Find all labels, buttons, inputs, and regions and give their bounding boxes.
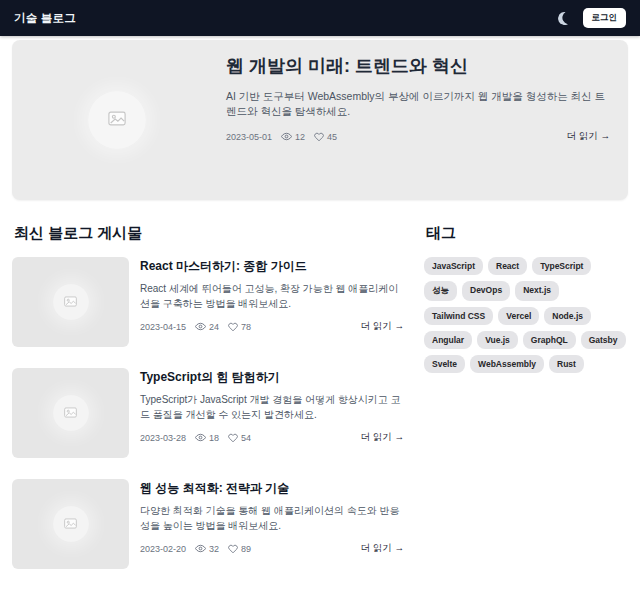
heart-icon <box>228 322 238 332</box>
likes-count: 54 <box>228 433 251 443</box>
post-description: 다양한 최적화 기술을 통해 웹 애플리케이션의 속도와 반응성을 높이는 방법… <box>140 504 404 533</box>
moon-icon[interactable] <box>556 10 572 26</box>
featured-post-description: AI 기반 도구부터 WebAssembly의 부상에 이르기까지 웹 개발을 … <box>226 89 610 118</box>
image-placeholder-circle <box>88 91 146 149</box>
views-value: 24 <box>209 322 219 332</box>
tag-nodejs[interactable]: Node.js <box>544 307 591 325</box>
post-meta: 2023-02-20 32 <box>140 543 251 554</box>
featured-post-meta: 2023-05-01 12 <box>226 131 337 142</box>
likes-value: 54 <box>241 433 251 443</box>
posts-section-heading: 최신 블로그 게시물 <box>14 224 402 243</box>
read-more-link[interactable]: 더 읽기 → <box>361 320 404 333</box>
post-meta: 2023-03-28 18 <box>140 432 251 443</box>
read-more-link[interactable]: 더 읽기 → <box>567 130 610 143</box>
post-title[interactable]: React 마스터하기: 종합 가이드 <box>140 258 404 275</box>
post-description: TypeScript가 JavaScript 개발 경험을 어떻게 향상시키고 … <box>140 393 404 422</box>
likes-count: 89 <box>228 544 251 554</box>
tag-javascript[interactable]: JavaScript <box>424 257 483 275</box>
post-date: 2023-03-28 <box>140 433 186 443</box>
tags-sidebar: 태그 JavaScript React TypeScript 성능 DevOps… <box>424 224 628 590</box>
image-icon <box>108 111 126 130</box>
likes-value: 78 <box>241 322 251 332</box>
tag-react[interactable]: React <box>488 257 527 275</box>
views-value: 12 <box>295 132 305 142</box>
post-meta-row: 2023-03-28 18 <box>140 431 404 444</box>
eye-icon <box>281 131 292 142</box>
views-count: 32 <box>195 543 219 554</box>
post-meta: 2023-04-15 24 <box>140 321 251 332</box>
read-more-link[interactable]: 더 읽기 → <box>361 431 404 444</box>
image-icon <box>64 404 77 422</box>
image-icon <box>64 293 77 311</box>
tag-vercel[interactable]: Vercel <box>498 307 539 325</box>
views-count: 18 <box>195 432 219 443</box>
views-value: 18 <box>209 433 219 443</box>
tags-section-heading: 태그 <box>426 224 626 243</box>
post-card: TypeScript의 힘 탐험하기 TypeScript가 JavaScrip… <box>12 368 404 458</box>
views-value: 32 <box>209 544 219 554</box>
tag-typescript[interactable]: TypeScript <box>532 257 591 275</box>
featured-post-card: 웹 개발의 미래: 트렌드와 혁신 AI 기반 도구부터 WebAssembly… <box>12 40 628 200</box>
read-more-link[interactable]: 더 읽기 → <box>361 542 404 555</box>
image-icon <box>64 515 77 533</box>
featured-post-content: 웹 개발의 미래: 트렌드와 혁신 AI 기반 도구부터 WebAssembly… <box>222 40 628 200</box>
views-count: 12 <box>281 131 305 142</box>
tag-angular[interactable]: Angular <box>424 331 472 349</box>
likes-value: 45 <box>327 132 337 142</box>
post-date: 2023-05-01 <box>226 132 272 142</box>
post-meta-row: 2023-02-20 32 <box>140 542 404 555</box>
image-placeholder-circle <box>53 284 89 320</box>
post-date: 2023-04-15 <box>140 322 186 332</box>
tag-webassembly[interactable]: WebAssembly <box>470 355 544 373</box>
post-description: React 세계에 뛰어들어 고성능, 확장 가능한 웹 애플리케이션을 구축하… <box>140 282 404 311</box>
tag-graphql[interactable]: GraphQL <box>523 331 576 349</box>
image-placeholder-circle <box>53 506 89 542</box>
post-image-placeholder <box>12 257 129 347</box>
likes-count: 78 <box>228 322 251 332</box>
eye-icon <box>195 432 206 443</box>
tag-list: JavaScript React TypeScript 성능 DevOps Ne… <box>424 257 628 373</box>
post-content: 웹 성능 최적화: 전략과 기술 다양한 최적화 기술을 통해 웹 애플리케이션… <box>140 479 404 569</box>
tag-devops[interactable]: DevOps <box>462 281 510 301</box>
post-card: 웹 성능 최적화: 전략과 기술 다양한 최적화 기술을 통해 웹 애플리케이션… <box>12 479 404 569</box>
heart-icon <box>314 132 324 142</box>
featured-post-meta-row: 2023-05-01 12 <box>226 130 610 143</box>
eye-icon <box>195 321 206 332</box>
post-date: 2023-02-20 <box>140 544 186 554</box>
header-actions: 로그인 <box>558 8 627 28</box>
post-image-placeholder <box>12 479 129 569</box>
post-content: React 마스터하기: 종합 가이드 React 세계에 뛰어들어 고성능, … <box>140 257 404 347</box>
app-header: 기술 블로그 로그인 <box>0 0 640 36</box>
site-title[interactable]: 기술 블로그 <box>14 11 76 26</box>
main-content: 최신 블로그 게시물 React 마스터하기: 종합 가이드 React 세계에 <box>0 224 640 590</box>
tag-performance[interactable]: 성능 <box>424 281 457 301</box>
post-image-placeholder <box>12 368 129 458</box>
post-card: React 마스터하기: 종합 가이드 React 세계에 뛰어들어 고성능, … <box>12 257 404 347</box>
image-placeholder-circle <box>53 395 89 431</box>
post-title[interactable]: TypeScript의 힘 탐험하기 <box>140 369 404 386</box>
tag-nextjs[interactable]: Next.js <box>515 281 559 301</box>
tag-tailwind-css[interactable]: Tailwind CSS <box>424 307 493 325</box>
post-title[interactable]: 웹 성능 최적화: 전략과 기술 <box>140 480 404 497</box>
login-button[interactable]: 로그인 <box>583 8 627 28</box>
tag-vuejs[interactable]: Vue.js <box>477 331 518 349</box>
featured-post-title[interactable]: 웹 개발의 미래: 트렌드와 혁신 <box>226 54 610 78</box>
likes-value: 89 <box>241 544 251 554</box>
posts-column: 최신 블로그 게시물 React 마스터하기: 종합 가이드 React 세계에 <box>12 224 404 590</box>
heart-icon <box>228 433 238 443</box>
eye-icon <box>195 543 206 554</box>
tag-svelte[interactable]: Svelte <box>424 355 465 373</box>
tag-gatsby[interactable]: Gatsby <box>581 331 626 349</box>
tag-rust[interactable]: Rust <box>549 355 584 373</box>
views-count: 24 <box>195 321 219 332</box>
likes-count: 45 <box>314 132 337 142</box>
featured-post-image-placeholder <box>12 40 222 200</box>
post-content: TypeScript의 힘 탐험하기 TypeScript가 JavaScrip… <box>140 368 404 458</box>
heart-icon <box>228 544 238 554</box>
post-meta-row: 2023-04-15 24 <box>140 320 404 333</box>
